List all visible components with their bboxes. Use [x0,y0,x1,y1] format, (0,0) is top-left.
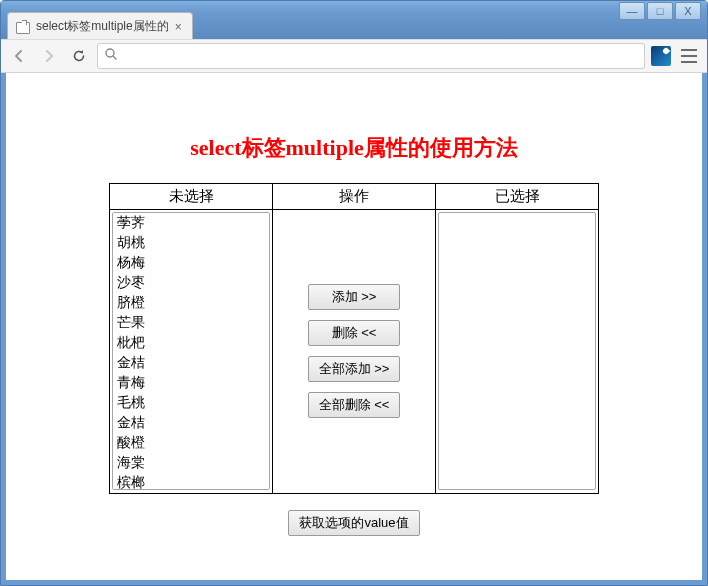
list-item[interactable]: 金桔 [113,413,269,433]
list-item[interactable]: 青梅 [113,373,269,393]
selected-select[interactable] [438,212,596,490]
svg-line-1 [113,56,116,59]
page-content: select标签multiple属性的使用方法 未选择 操作 已选择 荸荠胡桃杨… [6,73,702,580]
browser-tab[interactable]: select标签multiple属性的 × [7,12,193,39]
list-item[interactable]: 脐橙 [113,293,269,313]
list-item[interactable]: 毛桃 [113,393,269,413]
address-bar[interactable] [97,43,645,69]
list-item[interactable]: 槟榔 [113,473,269,490]
list-item[interactable]: 芒果 [113,313,269,333]
search-icon [104,47,118,65]
list-item[interactable]: 海棠 [113,453,269,473]
toolbar [1,39,707,73]
header-unselected: 未选择 [110,184,273,210]
page-title: select标签multiple属性的使用方法 [6,133,702,163]
tab-close-icon[interactable]: × [175,20,182,34]
remove-all-button[interactable]: 全部删除 << [308,392,401,418]
list-item[interactable]: 胡桃 [113,233,269,253]
back-button[interactable] [7,44,31,68]
close-window-button[interactable]: X [675,2,701,20]
tabstrip: select标签multiple属性的 × [1,11,707,39]
get-value-button[interactable]: 获取选项的value值 [288,510,419,536]
forward-button[interactable] [37,44,61,68]
minimize-button[interactable]: — [619,2,645,20]
list-item[interactable]: 沙枣 [113,273,269,293]
tab-title: select标签multiple属性的 [36,18,169,35]
ops-panel: 添加 >> 删除 << 全部添加 >> 全部删除 << [275,212,433,490]
menu-icon[interactable] [681,49,697,63]
unselected-select[interactable]: 荸荠胡桃杨梅沙枣脐橙芒果枇杷金桔青梅毛桃金桔酸橙海棠槟榔杨桃 [112,212,270,490]
window-controls: — □ X [619,2,701,20]
list-item[interactable]: 荸荠 [113,213,269,233]
add-button[interactable]: 添加 >> [308,284,400,310]
header-ops: 操作 [273,184,436,210]
extension-icon[interactable] [651,46,671,66]
reload-button[interactable] [67,44,91,68]
maximize-button[interactable]: □ [647,2,673,20]
titlebar [1,1,707,11]
add-all-button[interactable]: 全部添加 >> [308,356,401,382]
list-item[interactable]: 枇杷 [113,333,269,353]
list-item[interactable]: 杨梅 [113,253,269,273]
remove-button[interactable]: 删除 << [308,320,400,346]
transfer-table: 未选择 操作 已选择 荸荠胡桃杨梅沙枣脐橙芒果枇杷金桔青梅毛桃金桔酸橙海棠槟榔杨… [109,183,599,494]
header-selected: 已选择 [436,184,599,210]
page-icon [16,20,30,34]
list-item[interactable]: 酸橙 [113,433,269,453]
browser-window: — □ X select标签multiple属性的 × [0,0,708,586]
list-item[interactable]: 金桔 [113,353,269,373]
